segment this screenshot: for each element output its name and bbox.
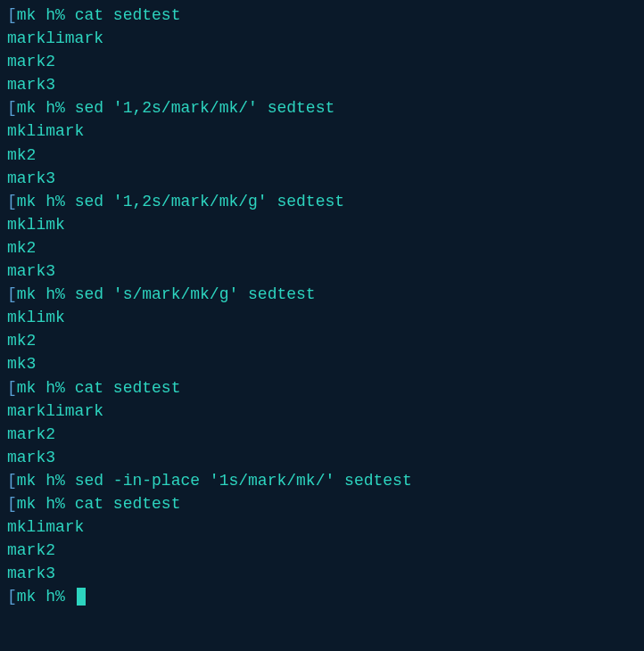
terminal-line: mklimark xyxy=(7,119,637,143)
output-text: mk2 xyxy=(7,332,36,350)
prompt-bracket: [ xyxy=(7,285,17,303)
terminal-line: mark2 xyxy=(7,50,637,73)
terminal-line: mklimk xyxy=(7,213,637,236)
output-text: mark3 xyxy=(7,262,55,280)
command-text: sed -in-place '1s/mark/mk/' sedtest xyxy=(75,472,412,490)
output-text: mk2 xyxy=(7,146,36,164)
terminal-line: mark3 xyxy=(7,260,637,283)
terminal-line: mark3 xyxy=(7,167,637,190)
prompt-bracket: [ xyxy=(7,99,17,117)
terminal-line: marklimark xyxy=(7,400,637,423)
command-text: cat sedtest xyxy=(75,495,181,513)
output-text: mark3 xyxy=(7,169,55,187)
output-text: mklimark xyxy=(7,518,84,536)
terminal-line: mklimk xyxy=(7,306,637,329)
terminal-line: [mk h% cat sedtest xyxy=(7,492,637,515)
command-text: cat sedtest xyxy=(75,6,181,24)
output-text: mark2 xyxy=(7,53,55,70)
output-text: mark3 xyxy=(7,564,55,582)
terminal-line: [mk h% sed 's/mark/mk/g' sedtest xyxy=(7,283,637,306)
shell-prompt: mk h% xyxy=(17,379,75,397)
terminal-line: mk3 xyxy=(7,352,637,375)
terminal-line: mk2 xyxy=(7,236,637,260)
command-text: cat sedtest xyxy=(75,379,181,397)
shell-prompt: mk h% xyxy=(17,6,75,24)
output-text: marklimark xyxy=(7,402,103,420)
terminal-line: mark2 xyxy=(7,423,637,446)
terminal-line: [mk h% sed '1,2s/mark/mk/' sedtest xyxy=(7,96,637,119)
command-text: sed 's/mark/mk/g' sedtest xyxy=(75,285,316,303)
prompt-bracket: [ xyxy=(7,193,17,210)
terminal-line: mklimark xyxy=(7,515,637,539)
output-text: mk3 xyxy=(7,355,36,373)
output-text: mklimark xyxy=(7,122,84,140)
shell-prompt: mk h% xyxy=(17,285,75,303)
prompt-bracket: [ xyxy=(7,379,17,397)
prompt-bracket: [ xyxy=(7,588,17,606)
shell-prompt: mk h% xyxy=(17,588,75,606)
terminal-line: mark3 xyxy=(7,446,637,469)
shell-prompt: mk h% xyxy=(17,193,75,210)
terminal-line: [mk h% sed -in-place '1s/mark/mk/' sedte… xyxy=(7,469,637,492)
prompt-bracket: [ xyxy=(7,495,17,513)
output-text: mark2 xyxy=(7,425,55,443)
shell-prompt: mk h% xyxy=(17,495,75,513)
prompt-bracket: [ xyxy=(7,472,17,490)
terminal-line: [mk h% cat sedtest xyxy=(7,376,637,400)
output-text: marklimark xyxy=(7,29,103,47)
terminal-line: [mk h% cat sedtest xyxy=(7,4,637,27)
prompt-bracket: [ xyxy=(7,6,17,24)
output-text: mark3 xyxy=(7,449,55,466)
shell-prompt: mk h% xyxy=(17,472,75,490)
command-text: sed '1,2s/mark/mk/g' sedtest xyxy=(75,193,344,210)
command-text: sed '1,2s/mark/mk/' sedtest xyxy=(75,99,335,117)
terminal-line: [mk h% xyxy=(7,585,637,608)
terminal-line: mark3 xyxy=(7,562,637,585)
terminal-line: mark2 xyxy=(7,539,637,562)
output-text: mklimk xyxy=(7,309,65,326)
terminal-line: mk2 xyxy=(7,144,637,167)
output-text: mk2 xyxy=(7,239,36,257)
output-text: mklimk xyxy=(7,216,65,234)
cursor-block xyxy=(77,588,86,606)
output-text: mark2 xyxy=(7,541,55,559)
shell-prompt: mk h% xyxy=(17,99,75,117)
output-text: mark3 xyxy=(7,76,55,94)
terminal-line: [mk h% sed '1,2s/mark/mk/g' sedtest xyxy=(7,190,637,213)
terminal-line: mark3 xyxy=(7,73,637,96)
terminal-output[interactable]: [mk h% cat sedtestmarklimarkmark2mark3[m… xyxy=(7,4,637,608)
terminal-line: mk2 xyxy=(7,329,637,352)
terminal-line: marklimark xyxy=(7,27,637,50)
